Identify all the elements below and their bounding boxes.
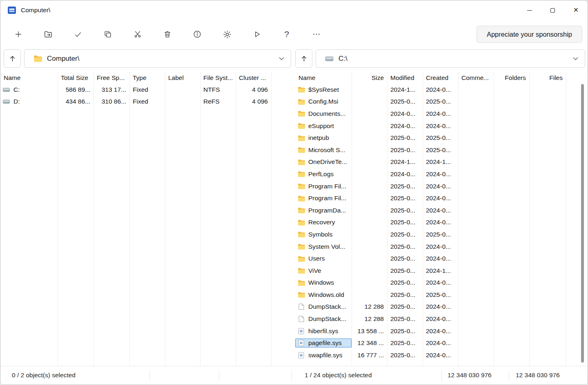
column-header[interactable]: Modified <box>387 74 423 82</box>
table-row[interactable]: Microsoft S...2025-0...2025-0... <box>295 144 585 156</box>
column-header[interactable]: Created <box>423 74 458 82</box>
delete-button[interactable] <box>159 26 176 43</box>
folder-icon <box>297 86 305 93</box>
name-cell[interactable]: pagefile.sys <box>295 339 352 347</box>
table-row[interactable]: DumpStack...12 2882025-0...2024-0... <box>295 301 585 313</box>
column-header[interactable]: Folders <box>494 74 529 82</box>
open-location-icon <box>44 30 53 39</box>
select-button[interactable] <box>69 26 87 43</box>
item-name: OneDriveTe... <box>308 158 347 166</box>
name-cell[interactable]: $SysReset <box>295 85 352 94</box>
cell: 2024-0... <box>423 183 458 190</box>
name-cell[interactable]: inetpub <box>295 133 352 142</box>
minimize-button[interactable] <box>518 0 541 20</box>
name-cell[interactable]: Symbols <box>295 230 352 239</box>
table-row[interactable]: swapfile.sys16 777 ...2025-0...2024-0... <box>295 349 585 361</box>
plus-icon <box>14 30 23 39</box>
chevron-down-icon[interactable] <box>573 57 578 60</box>
name-cell[interactable]: Config.Msi <box>295 97 352 106</box>
table-row[interactable]: Users2025-0...2024-0... <box>295 252 585 265</box>
table-row[interactable]: hiberfil.sys13 558 ...2025-0...2024-0... <box>295 325 585 337</box>
table-row[interactable]: ViVe2025-0...2024-1... <box>295 265 585 277</box>
table-row[interactable]: Windows.old2025-0...2025-0... <box>295 289 585 301</box>
maximize-button[interactable] <box>541 0 564 20</box>
more-button[interactable] <box>308 26 325 43</box>
name-cell[interactable]: Microsoft S... <box>295 146 352 155</box>
right-path-bar[interactable]: C:\ <box>316 49 585 68</box>
name-cell[interactable]: Recovery <box>295 218 352 227</box>
table-row[interactable]: ProgramDa...2025-0...2024-0... <box>295 204 585 217</box>
new-item-button[interactable] <box>10 26 27 43</box>
name-cell[interactable]: D: <box>0 97 58 106</box>
column-header[interactable]: Files <box>529 74 566 82</box>
close-button[interactable]: ✕ <box>564 0 588 20</box>
right-up-button[interactable] <box>295 49 312 68</box>
app-window: Computer\ ✕ ? Appreciate your sponsorshi… <box>0 0 588 385</box>
column-header[interactable]: Name <box>0 74 58 82</box>
name-cell[interactable]: ViVe <box>295 266 352 275</box>
table-row[interactable]: OneDriveTe...2024-1...2024-1... <box>295 156 585 168</box>
table-row[interactable]: Program Fil...2025-0...2024-0... <box>295 180 585 192</box>
table-row[interactable]: pagefile.sys12 348 ...2025-0...2024-0... <box>295 337 585 349</box>
name-cell[interactable]: Users <box>295 254 352 263</box>
cell: 2025-0... <box>387 243 423 250</box>
table-row[interactable]: $SysReset2024-1...2024-0... <box>295 84 585 96</box>
run-button[interactable] <box>248 26 265 43</box>
table-row[interactable]: PerfLogs2024-0...2024-0... <box>295 168 585 180</box>
name-cell[interactable]: C: <box>0 85 58 94</box>
table-row[interactable]: C:586 89...313 17...FixedNTFS4 096 <box>0 84 292 96</box>
name-cell[interactable]: hiberfil.sys <box>295 327 352 336</box>
open-location-button[interactable] <box>40 26 57 43</box>
name-cell[interactable]: DumpStack... <box>295 302 352 311</box>
name-cell[interactable]: eSupport <box>295 122 352 131</box>
table-row[interactable]: Config.Msi2025-0...2025-0... <box>295 96 585 108</box>
name-cell[interactable]: Program Fil... <box>295 182 352 191</box>
folder-icon <box>297 256 305 262</box>
folder-icon <box>297 147 305 153</box>
table-row[interactable]: Program Fil...2025-0...2024-0... <box>295 192 585 204</box>
table-row[interactable]: System Vol...2025-0...2024-0... <box>295 241 585 253</box>
item-name: ViVe <box>308 267 321 274</box>
column-header[interactable]: Total Size <box>58 74 94 82</box>
table-row[interactable]: eSupport2024-0...2024-0... <box>295 120 585 132</box>
column-header[interactable]: File Syst... <box>200 74 236 82</box>
column-header[interactable]: Comme... <box>458 74 494 82</box>
name-cell[interactable]: PerfLogs <box>295 170 352 179</box>
chevron-down-icon[interactable] <box>279 57 284 60</box>
column-header[interactable]: Type <box>129 74 165 82</box>
column-header[interactable]: Label <box>165 74 200 82</box>
name-cell[interactable]: Program Fil... <box>295 194 352 203</box>
table-row[interactable]: Windows2025-0...2024-0... <box>295 277 585 289</box>
table-row[interactable]: Documents...2024-0...2024-0... <box>295 108 585 120</box>
table-row[interactable]: DumpStack...12 2882025-0...2024-0... <box>295 313 585 325</box>
maximize-icon <box>550 8 555 13</box>
name-cell[interactable]: ProgramDa... <box>295 206 352 215</box>
table-row[interactable]: Symbols2025-0...2025-0... <box>295 228 585 241</box>
column-header[interactable]: Name <box>295 74 352 82</box>
cell: 586 89... <box>58 86 94 93</box>
scrollbar-thumb[interactable] <box>581 84 584 363</box>
name-cell[interactable]: System Vol... <box>295 242 352 251</box>
table-row[interactable]: Recovery2025-0...2024-0... <box>295 217 585 229</box>
sponsor-button[interactable]: Appreciate your sponsorship <box>477 26 582 43</box>
copy-button[interactable] <box>99 26 116 43</box>
help-button[interactable]: ? <box>278 26 295 43</box>
cell: 2024-0... <box>423 170 458 178</box>
name-cell[interactable]: Windows.old <box>295 290 352 299</box>
table-row[interactable]: inetpub2025-0...2025-0... <box>295 132 585 144</box>
info-button[interactable] <box>189 26 206 43</box>
name-cell[interactable]: swapfile.sys <box>295 351 352 360</box>
column-header[interactable]: Free Sp... <box>94 74 129 82</box>
column-header[interactable]: Size <box>352 74 387 82</box>
left-path-bar[interactable]: Computer\ <box>24 49 291 68</box>
settings-button[interactable] <box>218 26 236 43</box>
left-up-button[interactable] <box>4 49 21 68</box>
column-header[interactable]: Cluster ... <box>236 74 271 82</box>
name-cell[interactable]: Documents... <box>295 109 352 118</box>
item-name: DumpStack... <box>308 315 346 323</box>
table-row[interactable]: D:434 86...310 86...FixedReFS4 096 <box>0 96 292 108</box>
name-cell[interactable]: DumpStack... <box>295 314 352 323</box>
name-cell[interactable]: Windows <box>295 278 352 287</box>
name-cell[interactable]: OneDriveTe... <box>295 157 352 166</box>
cut-button[interactable] <box>129 26 146 43</box>
